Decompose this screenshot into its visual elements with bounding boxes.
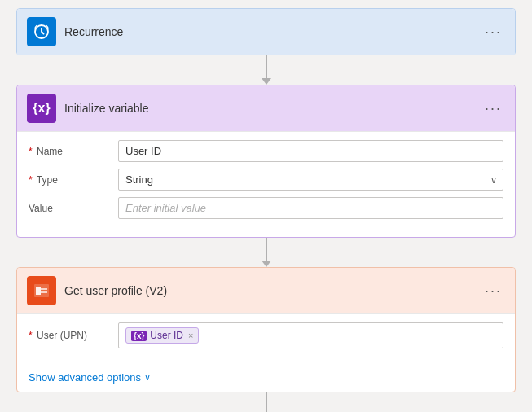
user-upn-label: * User (UPN)	[29, 330, 118, 341]
value-input[interactable]	[118, 197, 503, 219]
recurrence-card: Recurrence ···	[16, 8, 516, 55]
name-label-text: Name	[37, 146, 63, 157]
office-icon-svg	[33, 282, 51, 300]
get-user-profile-menu[interactable]: ···	[481, 281, 505, 301]
connector-1	[262, 55, 271, 85]
connector-2	[262, 238, 271, 267]
user-upn-label-text: User (UPN)	[37, 330, 87, 341]
type-required-star: *	[29, 174, 33, 186]
get-user-profile-body: * User (UPN) {x} User ID ×	[17, 313, 515, 366]
recurrence-title: Recurrence	[64, 25, 481, 38]
user-upn-input[interactable]: {x} User ID ×	[118, 322, 503, 348]
tag-curly-icon: {x}	[131, 331, 147, 341]
connector-line	[266, 55, 267, 78]
type-select-wrapper: String Integer Float Boolean Object Arra…	[118, 169, 503, 191]
clock-svg	[33, 24, 50, 40]
recurrence-icon	[27, 17, 56, 46]
name-label: * Name	[29, 146, 118, 157]
recurrence-menu[interactable]: ···	[481, 22, 505, 42]
advanced-options-chevron: ∨	[144, 372, 151, 383]
connector-arrow-2	[262, 261, 271, 267]
value-label: Value	[29, 203, 118, 214]
connector-arrow	[262, 78, 271, 85]
connector-3	[262, 392, 271, 412]
init-variable-body: * Name * Type String Integer Float Boole…	[17, 131, 515, 237]
recurrence-header: Recurrence ···	[17, 9, 515, 55]
show-advanced-options-link[interactable]: Show advanced options	[29, 371, 141, 384]
init-variable-icon: {x}	[27, 94, 56, 123]
init-variable-header: {x} Initialize variable ···	[17, 85, 515, 131]
name-row: * Name	[29, 140, 503, 162]
get-user-profile-title: Get user profile (V2)	[64, 284, 481, 297]
type-row: * Type String Integer Float Boolean Obje…	[29, 169, 503, 191]
name-required-star: *	[29, 146, 33, 157]
type-label: * Type	[29, 174, 118, 186]
type-select[interactable]: String Integer Float Boolean Object Arra…	[118, 169, 503, 191]
get-user-profile-icon	[27, 276, 56, 305]
tag-text: User ID	[150, 330, 183, 341]
type-label-text: Type	[37, 174, 58, 186]
tag-close-button[interactable]: ×	[188, 331, 193, 340]
curly-brace-icon: {x}	[33, 101, 50, 116]
user-upn-row: * User (UPN) {x} User ID ×	[29, 322, 503, 348]
name-input[interactable]	[118, 140, 503, 162]
get-user-profile-card: Get user profile (V2) ··· * User (UPN) {…	[16, 267, 516, 392]
value-row: Value	[29, 197, 503, 219]
user-required-star: *	[29, 330, 33, 341]
init-variable-title: Initialize variable	[64, 102, 481, 115]
init-variable-card: {x} Initialize variable ··· * Name * Typ…	[16, 85, 516, 238]
connector-line-3	[266, 392, 267, 412]
user-id-tag: {x} User ID ×	[125, 327, 199, 344]
connector-line-2	[266, 238, 267, 261]
value-label-text: Value	[29, 203, 53, 214]
init-variable-menu[interactable]: ···	[481, 99, 505, 119]
get-user-profile-header: Get user profile (V2) ···	[17, 268, 515, 313]
advanced-options-row: Show advanced options ∨	[17, 366, 515, 392]
